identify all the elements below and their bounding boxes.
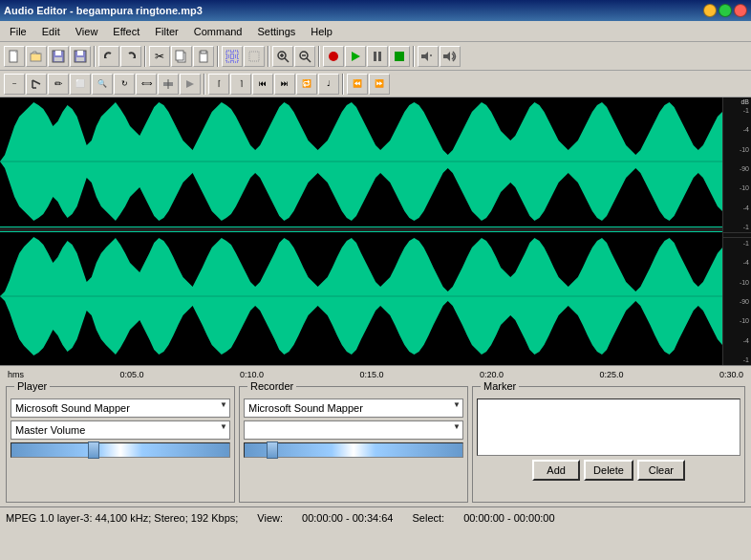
svg-line-20 bbox=[285, 58, 289, 62]
begin-btn[interactable]: ⏪ bbox=[347, 74, 368, 95]
eraser-btn[interactable]: ⬜ bbox=[70, 74, 91, 95]
menu-settings[interactable]: Settings bbox=[250, 24, 304, 39]
select-tool-btn[interactable] bbox=[26, 74, 47, 95]
ruler-15s: 0:15.0 bbox=[359, 370, 383, 379]
vol-down-button[interactable] bbox=[418, 46, 439, 67]
cut-button[interactable]: ✂ bbox=[149, 46, 170, 67]
toolbar-sep4 bbox=[268, 46, 269, 67]
toolbar-sep5 bbox=[318, 46, 320, 67]
file-info: MPEG 1.0 layer-3: 44,100 kHz; Stereo; 19… bbox=[6, 512, 238, 524]
player-volume-wrapper[interactable]: Master Volume bbox=[11, 420, 230, 440]
bottom-panels: Player Microsoft Sound Mapper Master Vol… bbox=[0, 382, 751, 506]
svg-rect-16 bbox=[226, 57, 231, 62]
vol-up-button[interactable] bbox=[440, 46, 461, 67]
recorder-device-wrapper[interactable]: Microsoft Sound Mapper bbox=[244, 398, 463, 418]
next-mark-btn[interactable]: ⏭ bbox=[274, 74, 295, 95]
copy-button[interactable] bbox=[171, 46, 192, 67]
svg-rect-15 bbox=[233, 51, 238, 55]
save2-button[interactable] bbox=[70, 46, 91, 67]
metronome-btn[interactable]: ♩ bbox=[318, 74, 339, 95]
svg-rect-11 bbox=[176, 51, 183, 60]
paste-button[interactable] bbox=[193, 46, 214, 67]
toolbar-sep3 bbox=[217, 46, 219, 67]
title-bar-buttons bbox=[703, 4, 747, 17]
play-button[interactable] bbox=[345, 46, 366, 67]
prev-mark-btn[interactable]: ⏮ bbox=[252, 74, 273, 95]
svg-rect-4 bbox=[54, 57, 62, 61]
maximize-button[interactable] bbox=[719, 4, 732, 17]
minimize-button[interactable] bbox=[703, 4, 717, 17]
loop-btn[interactable]: ↻ bbox=[114, 74, 135, 95]
toolbar2-sep2 bbox=[342, 74, 344, 95]
select-label-status: Select: bbox=[412, 512, 444, 524]
record-button[interactable] bbox=[323, 46, 344, 67]
tool3-btn[interactable] bbox=[158, 74, 179, 95]
open-button[interactable] bbox=[26, 46, 47, 67]
player-device-wrapper[interactable]: Microsoft Sound Mapper bbox=[11, 398, 230, 418]
end-btn[interactable]: ⏩ bbox=[369, 74, 390, 95]
waveform-area: dB -1 -4 -10 -90 -10 -4 -1 -1 -4 -10 -90… bbox=[0, 97, 751, 365]
player-device-select[interactable]: Microsoft Sound Mapper bbox=[11, 398, 230, 418]
marker-clear-button[interactable]: Clear bbox=[637, 460, 685, 481]
deselect-button[interactable] bbox=[244, 46, 265, 67]
channel2 bbox=[0, 232, 722, 361]
player-panel: Player Microsoft Sound Mapper Master Vol… bbox=[6, 386, 235, 503]
recorder-panel: Recorder Microsoft Sound Mapper bbox=[239, 386, 468, 503]
mark-in-btn[interactable]: ⌈ bbox=[208, 74, 229, 95]
loop2-btn[interactable]: 🔁 bbox=[296, 74, 317, 95]
zoom-out-button[interactable] bbox=[294, 46, 315, 67]
svg-rect-17 bbox=[233, 57, 238, 62]
undo-button[interactable] bbox=[98, 46, 119, 67]
svg-marker-31 bbox=[421, 52, 428, 61]
title-text: Audio Editor - begampura ringtone.mp3 bbox=[4, 5, 203, 16]
toolbar-row2: ~ ✏ ⬜ 🔍 ↻ ⟺ ⌈ ⌉ ⏮ ⏭ 🔁 ♩ ⏪ ⏩ bbox=[0, 71, 751, 97]
svg-rect-28 bbox=[374, 52, 376, 61]
svg-marker-27 bbox=[352, 52, 360, 61]
menu-effect[interactable]: Effect bbox=[105, 24, 147, 39]
status-bar: MPEG 1.0 layer-3: 44,100 kHz; Stereo; 19… bbox=[0, 506, 751, 528]
scrub-btn[interactable]: ⟺ bbox=[136, 74, 157, 95]
new-button[interactable] bbox=[4, 46, 25, 67]
recorder-volume-slider[interactable] bbox=[244, 442, 463, 458]
menu-file[interactable]: File bbox=[2, 24, 34, 39]
ruler-30s: 0:30.0 bbox=[719, 370, 743, 379]
player-slider-thumb[interactable] bbox=[88, 442, 99, 459]
player-volume-slider[interactable] bbox=[11, 442, 230, 458]
db-label: dB bbox=[723, 97, 751, 105]
waveform-display[interactable] bbox=[0, 97, 722, 365]
menu-help[interactable]: Help bbox=[303, 24, 340, 39]
save-button[interactable] bbox=[48, 46, 69, 67]
stop-button[interactable] bbox=[389, 46, 410, 67]
player-volume-select[interactable]: Master Volume bbox=[11, 420, 230, 440]
redo-button[interactable] bbox=[120, 46, 141, 67]
marker-delete-button[interactable]: Delete bbox=[584, 460, 633, 481]
menu-filter[interactable]: Filter bbox=[147, 24, 185, 39]
select-all-button[interactable] bbox=[222, 46, 243, 67]
svg-rect-7 bbox=[76, 57, 84, 61]
menu-edit[interactable]: Edit bbox=[34, 24, 68, 39]
select-time-status: 00:00:00 - 00:00:00 bbox=[463, 512, 554, 524]
pause-button[interactable] bbox=[367, 46, 388, 67]
svg-rect-6 bbox=[77, 51, 83, 55]
recorder-device-select[interactable]: Microsoft Sound Mapper bbox=[244, 398, 463, 418]
mark-out-btn[interactable]: ⌉ bbox=[230, 74, 251, 95]
channel1 bbox=[0, 97, 722, 226]
waveform-btn[interactable]: ~ bbox=[4, 74, 25, 95]
zoom-tool-btn[interactable]: 🔍 bbox=[92, 74, 113, 95]
recorder-panel-title: Recorder bbox=[247, 380, 296, 392]
menu-command[interactable]: Command bbox=[186, 24, 250, 39]
marker-list[interactable] bbox=[477, 398, 740, 456]
zoom-in-button[interactable] bbox=[272, 46, 293, 67]
pencil-btn[interactable]: ✏ bbox=[48, 74, 69, 95]
ruler-10s: 0:10.0 bbox=[240, 370, 264, 379]
svg-rect-3 bbox=[55, 51, 61, 55]
marker-add-button[interactable]: Add bbox=[532, 460, 580, 481]
tool4-btn[interactable] bbox=[180, 74, 201, 95]
recorder-channel-select[interactable] bbox=[244, 420, 463, 440]
close-button[interactable] bbox=[734, 4, 747, 17]
recorder-channel-wrapper[interactable] bbox=[244, 420, 463, 440]
recorder-slider-thumb[interactable] bbox=[267, 442, 278, 459]
menu-view[interactable]: View bbox=[68, 24, 106, 39]
player-panel-title: Player bbox=[14, 380, 50, 392]
view-time-status: 00:00:00 - 00:34:64 bbox=[302, 512, 393, 524]
